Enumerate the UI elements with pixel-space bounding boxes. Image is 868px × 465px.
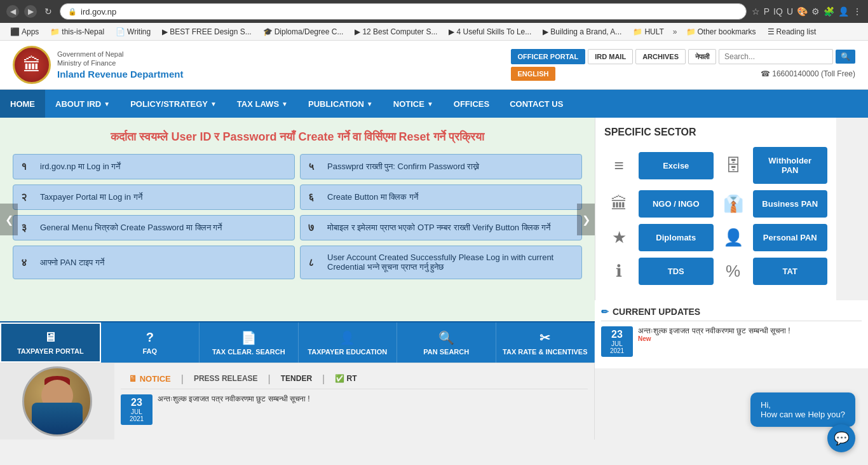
bookmark-computer[interactable]: ▶ 12 Best Computer S...: [349, 26, 442, 38]
step-num-1: १: [21, 161, 34, 172]
updates-title-text: CURRENT UPDATES: [613, 307, 700, 317]
updates-title-icon: ✏: [601, 307, 609, 317]
step-text-3: General Menu भित्रको Create Password मा …: [40, 223, 222, 233]
excise-button[interactable]: Excise: [639, 152, 714, 179]
tds-icon: ℹ: [604, 261, 634, 281]
withholder-pan-button[interactable]: Withholder PAN: [753, 147, 828, 184]
bookmark-other[interactable]: 📁 Other bookmarks: [681, 26, 761, 38]
diplomats-button[interactable]: Diplomats: [639, 224, 714, 251]
bookmark-apps[interactable]: ⬛ Apps: [5, 26, 44, 38]
nav-publication-arrow: ▼: [367, 101, 373, 108]
ngo-button[interactable]: NGO / INGO: [639, 190, 714, 218]
iq-icon[interactable]: IQ: [773, 6, 783, 17]
star-icon[interactable]: ☆: [752, 6, 760, 17]
bookmark-writing[interactable]: 📄 Writing: [111, 26, 156, 38]
right-panel: SPECIFIC SECTOR ≡ Excise 🗄 Withholder PA…: [595, 118, 868, 440]
step-num-5: ५: [308, 161, 321, 172]
nav-notice[interactable]: NOTICE ▼: [383, 90, 444, 118]
pinterest-icon[interactable]: P: [764, 6, 770, 17]
quick-links-bar: 🖥 TAXPAYER PORTAL ? FAQ 📄 TAX CLEAR. SEA…: [0, 321, 595, 363]
business-pan-button[interactable]: Business PAN: [753, 190, 828, 218]
nav-publication[interactable]: PUBLICATION ▼: [298, 90, 383, 118]
personal-icon: 👤: [719, 228, 748, 247]
step-num-2: २: [21, 191, 34, 203]
quick-link-tax-rate[interactable]: ✂ TAX RATE & INCENTIVES: [496, 323, 595, 363]
slider-step-7: ७ मोबाइल र इमेलमा प्राप्त भएको OTP नम्बर…: [300, 215, 582, 240]
faq-icon: ?: [146, 330, 154, 345]
tat-button[interactable]: TAT: [753, 258, 828, 285]
update-date-box: 23 JUL 2021: [601, 326, 633, 357]
nav-about-arrow: ▼: [104, 101, 110, 108]
quick-link-faq[interactable]: ? FAQ: [101, 323, 200, 363]
nav-policy[interactable]: POLICY/STRATEGY ▼: [120, 90, 227, 118]
news-tab-sep1: |: [181, 373, 184, 385]
nav-contact-us[interactable]: CONTACT US: [499, 90, 573, 118]
bookmark-hult[interactable]: 📁 HULT: [628, 26, 668, 38]
personal-pan-button[interactable]: Personal PAN: [753, 224, 828, 251]
nav-policy-arrow: ▼: [210, 101, 217, 108]
search-submit-button[interactable]: 🔍: [836, 50, 855, 64]
quick-link-pan-search[interactable]: 🔍 PAN SEARCH: [397, 323, 496, 363]
lock-icon: 🔒: [68, 8, 77, 16]
bookmark-design[interactable]: ▶ BEST FREE Design S...: [157, 26, 257, 38]
tds-button[interactable]: TDS: [639, 258, 714, 285]
news-month: JUL: [125, 408, 149, 415]
dept-label: Inland Revenue Department: [57, 68, 183, 81]
bookmark-skills[interactable]: ▶ 4 Useful Skills To Le...: [444, 26, 536, 38]
tab-rt[interactable]: ✅ RT: [327, 370, 364, 388]
url-bar[interactable]: 🔒 ird.gov.np: [60, 3, 747, 20]
tab-notice[interactable]: 🖥 NOTICE: [121, 370, 179, 389]
menu-icon[interactable]: ⋮: [853, 6, 862, 17]
slider-step-3: ३ General Menu भित्रको Create Password म…: [13, 215, 295, 240]
step-text-1: ird.gov.np मा Log in गर्नें: [40, 162, 120, 172]
english-button[interactable]: ENGLISH: [511, 67, 556, 81]
tab-tender[interactable]: TENDER: [273, 370, 320, 388]
nav-taxlaws-arrow: ▼: [281, 101, 288, 108]
ext-icon1[interactable]: ⚙: [811, 6, 820, 17]
color-icon[interactable]: 🎨: [797, 6, 808, 17]
bookmarks-more-button[interactable]: »: [670, 26, 680, 38]
officer-portal-button[interactable]: OFFICER PORTAL: [511, 49, 586, 64]
bookmark-brand[interactable]: ▶ Building a Brand, A...: [538, 26, 627, 38]
business-icon: 👔: [719, 194, 748, 214]
slider-step-1: १ ird.gov.np मा Log in गर्नें: [13, 154, 295, 179]
profile-icon[interactable]: 👤: [838, 6, 849, 17]
bookmark-diploma[interactable]: 🎓 Diploma/Degree C...: [258, 26, 349, 38]
step-num-7: ७: [308, 222, 321, 233]
nav-home[interactable]: HOME: [0, 90, 45, 118]
nav-about-ird[interactable]: ABOUT IRD ▼: [45, 90, 120, 118]
nav-offices[interactable]: OFFICES: [444, 90, 499, 118]
quick-link-tax-clear[interactable]: 📄 TAX CLEAR. SEARCH: [200, 323, 299, 363]
slider-next-button[interactable]: ❯: [577, 204, 595, 235]
archives-button[interactable]: ARCHIVES: [635, 49, 686, 64]
search-input[interactable]: [719, 49, 833, 64]
ext-icon2[interactable]: 🧩: [824, 6, 834, 17]
site-header: 🏛 Government of Nepal Ministry of Financ…: [0, 41, 868, 90]
u-icon[interactable]: U: [787, 6, 793, 17]
nav-tax-laws[interactable]: TAX LAWS ▼: [227, 90, 298, 118]
tab-press-release[interactable]: PRESS RELEASE: [186, 370, 266, 388]
chat-greeting: Hi,: [761, 400, 845, 410]
slider-content: कर्दाता स्वयम्ले User ID र Password नयाँ…: [0, 118, 595, 292]
nepali-button[interactable]: नेपाली: [688, 49, 716, 64]
ngo-icon: 🏛: [604, 194, 634, 214]
update-day: 23: [605, 329, 629, 340]
quick-link-taxpayer-edu[interactable]: 👤 TAXPAYER EDUCATION: [299, 323, 398, 363]
bookmark-reading-list[interactable]: ☰ Reading list: [763, 26, 822, 38]
left-panel: कर्दाता स्वयम्ले User ID र Password नयाँ…: [0, 118, 595, 440]
tax-clear-icon: 📄: [241, 330, 257, 345]
nav-back-button[interactable]: ◀: [6, 5, 19, 18]
slider-prev-button[interactable]: ❮: [0, 204, 18, 235]
step-num-3: ३: [21, 222, 34, 233]
news-year: 2021: [125, 415, 149, 422]
step-text-7: मोबाइल र इमेलमा प्राप्त भएको OTP नम्बर र…: [327, 223, 550, 233]
nav-forward-button[interactable]: ▶: [24, 5, 37, 18]
refresh-button[interactable]: ↻: [42, 5, 55, 18]
taxpayer-portal-label: TAXPAYER PORTAL: [17, 347, 84, 355]
ird-mail-button[interactable]: IRD MAIL: [588, 49, 633, 64]
chat-widget: Hi, How can we Help you?: [750, 392, 855, 427]
news-tab-sep3: |: [322, 373, 325, 385]
quick-link-taxpayer-portal[interactable]: 🖥 TAXPAYER PORTAL: [0, 323, 101, 363]
bookmarks-bar: ⬛ Apps 📁 this-is-Nepal 📄 Writing ▶ BEST …: [0, 23, 868, 41]
bookmark-nepal[interactable]: 📁 this-is-Nepal: [45, 26, 109, 38]
